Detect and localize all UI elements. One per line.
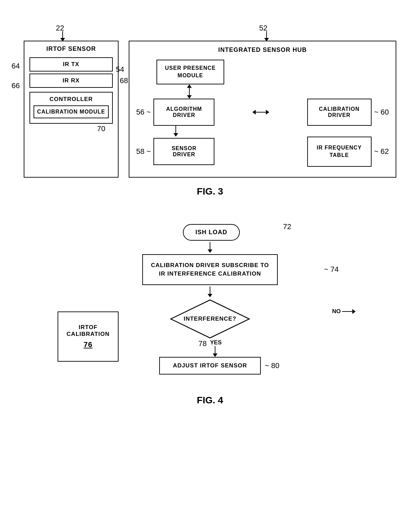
ref-74: ~ 74 [324,265,339,274]
controller-block: CONTROLLER CALIBRATION MODULE 70 [29,92,113,124]
irtof-sensor-block: IRTOF SENSOR 64 IR TX 66 IR RX 68 [24,41,119,178]
ref-62: ~ 62 [374,147,389,156]
ref-78: 78 [198,339,207,348]
ish-title: INTEGRATED SENSOR HUB [136,46,389,54]
ref-66: 66 [12,81,20,90]
arrow-22-down [60,31,65,41]
ir-tx-box: IR TX [29,57,113,72]
arrow-down-1 [208,242,212,253]
yes-label: YES [210,339,222,346]
ir-rx-box: IR RX [29,74,113,88]
interference-text: INTERFERENCE? [184,316,236,322]
no-arrow: NO [332,308,356,315]
irtof-title: IRTOF SENSOR [29,45,113,53]
ref-54: 54 [116,65,124,74]
irtof-calibration-box: IRTOF CALIBRATION 76 [58,311,119,362]
ref-72: 72 [283,222,291,231]
double-arrow-up-down-1 [187,84,192,99]
controller-title: CONTROLLER [34,96,109,103]
h-double-arrow [252,110,269,115]
calibration-driver-subscribe-box: CALIBRATION DRIVER SUBSCRIBE TO IR INTER… [142,254,278,285]
ref-76: 76 [65,340,111,349]
fig3-label: FIG. 3 [24,186,396,197]
calibration-module-box: CALIBRATION MODULE [34,105,109,118]
calibration-driver-box: CALIBRATION DRIVER [307,99,372,126]
ref-56: 56 ~ [136,108,151,117]
ref-70: 70 [97,124,105,133]
ref-68: 68 [120,76,128,85]
ref-58: 58 ~ [136,147,151,156]
ref-64: 64 [12,62,20,70]
arrow-down-2 [208,286,212,297]
ref-60: ~ 60 [374,108,389,117]
adjust-irtof-box: ADJUST IRTOF SENSOR [159,357,261,375]
user-presence-box: USER PRESENCE MODULE [156,60,224,84]
fig4-label: FIG. 4 [58,395,362,406]
arrow-52-down [264,31,269,41]
ish-load-stadium: ISH LOAD [183,224,240,241]
sensor-driver-box: SENSOR DRIVER [153,138,214,165]
ref-80: ~ 80 [265,361,279,370]
no-label: NO [332,308,341,315]
ish-block: INTEGRATED SENSOR HUB 54 USER PRESENCE M… [129,41,396,178]
interference-diamond: INTERFERENCE? [169,299,251,339]
algorithm-driver-box: ALGORITHM DRIVER [153,99,214,126]
ir-frequency-table-box: IR FREQUENCY TABLE [307,137,372,167]
arrow-down-algo [173,126,178,137]
